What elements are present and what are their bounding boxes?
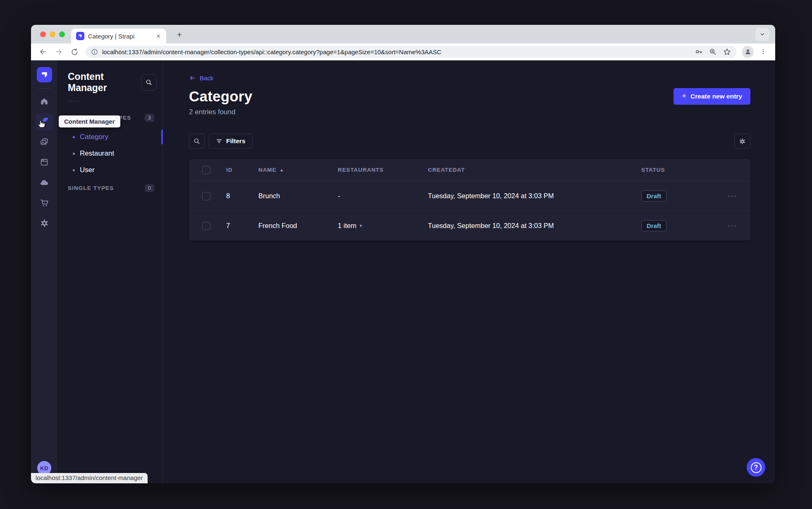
cell-name: Brunch: [258, 192, 338, 200]
collection-types-count-badge: 3: [145, 114, 154, 122]
main-nav-rail: KD: [31, 60, 57, 483]
single-types-count-badge: 0: [145, 184, 154, 192]
new-tab-button[interactable]: +: [174, 29, 185, 41]
password-key-icon[interactable]: [695, 48, 703, 56]
chevron-down-icon: ▾: [360, 223, 362, 228]
cloud-icon: [39, 178, 49, 187]
tab-title: Category | Strapi: [88, 33, 151, 40]
browser-tab[interactable]: Category | Strapi ×: [71, 29, 166, 43]
back-arrow-icon: [189, 74, 196, 82]
status-badge: Draft: [641, 190, 666, 202]
sidebar-item-label: Restaurant: [80, 149, 114, 158]
cell-name: French Food: [258, 222, 338, 230]
url-bar[interactable]: localhost:1337/admin/content-manager/col…: [86, 46, 737, 58]
url-text: localhost:1337/admin/content-manager/col…: [102, 48, 690, 55]
filters-row: Filters: [189, 134, 750, 149]
row-checkbox[interactable]: [202, 192, 210, 200]
strapi-logo[interactable]: [37, 67, 52, 82]
content-manager-tooltip: Content Manager: [59, 115, 120, 127]
nav-content-type-builder-button[interactable]: [36, 154, 53, 171]
tab-search-button[interactable]: [755, 28, 769, 41]
search-icon: [145, 79, 153, 86]
back-link[interactable]: Back: [189, 74, 213, 82]
view-settings-button[interactable]: [734, 134, 750, 149]
home-icon: [40, 97, 49, 106]
row-actions-button[interactable]: ···: [725, 222, 750, 230]
strapi-admin: KD Content Manager COLLECTION TYPES 3: [31, 60, 775, 483]
nav-deploy-button[interactable]: [36, 174, 53, 191]
back-label: Back: [200, 74, 213, 82]
tab-strip: Category | Strapi × +: [31, 25, 775, 43]
link-preview-status-bar: localhost:1337/admin/content-manager: [31, 473, 148, 483]
item-bullet: [73, 136, 75, 138]
kebab-menu-icon: [760, 48, 767, 55]
tab-close-icon[interactable]: ×: [155, 32, 162, 41]
subnav-divider: [68, 101, 80, 101]
back-button[interactable]: [37, 46, 49, 58]
cell-id: 8: [226, 192, 258, 200]
cell-restaurants[interactable]: 1 item ▾: [338, 222, 428, 230]
content-type-builder-icon: [40, 158, 49, 167]
main-panel: Back Category + Create new entry 2 entri…: [163, 60, 775, 483]
gear-icon: [40, 218, 49, 228]
item-bullet: [73, 169, 75, 171]
status-badge: Draft: [641, 220, 666, 231]
traffic-lights: [40, 31, 65, 37]
strapi-favicon: [76, 32, 84, 40]
sidebar-item-restaurant[interactable]: Restaurant: [57, 145, 162, 162]
browser-toolbar: localhost:1337/admin/content-manager/col…: [31, 43, 775, 60]
browser-window: Category | Strapi × + localhost:1337/adm…: [31, 25, 775, 483]
header-createdat[interactable]: CREATEDAT: [428, 167, 641, 173]
create-new-entry-button[interactable]: + Create new entry: [673, 88, 750, 105]
nav-marketplace-button[interactable]: [36, 194, 53, 211]
cell-id: 7: [226, 222, 258, 230]
sidebar-item-category[interactable]: Category: [57, 129, 162, 145]
shopping-cart-icon: [40, 198, 49, 208]
site-info-icon[interactable]: [91, 48, 98, 55]
reload-button[interactable]: [68, 46, 81, 58]
cell-createdat: Tuesday, September 10, 2024 at 3:03 PM: [428, 222, 641, 230]
profile-person-icon: [744, 48, 752, 55]
forward-button[interactable]: [53, 46, 65, 58]
header-id[interactable]: ID: [226, 167, 258, 173]
browser-profile-button[interactable]: [742, 46, 754, 58]
zoom-icon[interactable]: [709, 48, 717, 56]
header-name[interactable]: NAME ▲: [258, 167, 338, 173]
cell-restaurants: -: [338, 192, 428, 200]
sidebar-item-user[interactable]: User: [57, 162, 162, 178]
nav-media-library-button[interactable]: [36, 133, 53, 151]
window-zoom-button[interactable]: [59, 31, 65, 37]
table-row[interactable]: 7 French Food 1 item ▾ Tuesday, Septembe…: [189, 211, 750, 240]
table-search-button[interactable]: [189, 134, 205, 149]
entries-count: 2 entries found: [189, 108, 750, 116]
bookmark-star-icon[interactable]: [723, 48, 731, 56]
desktop: { "browser": { "tab_title": "Category | …: [0, 0, 812, 509]
nav-divider: [38, 88, 50, 89]
filters-button[interactable]: Filters: [209, 134, 253, 149]
select-all-checkbox[interactable]: [202, 166, 210, 174]
nav-home-button[interactable]: [36, 93, 53, 110]
gear-icon: [738, 137, 746, 145]
header-restaurants[interactable]: RESTAURANTS: [338, 167, 428, 173]
help-button[interactable]: ?: [747, 458, 765, 477]
plus-icon: +: [682, 91, 686, 101]
active-indicator: [161, 130, 163, 144]
subnav-search-button[interactable]: [141, 74, 157, 91]
chevron-down-icon: [759, 31, 765, 37]
nav-content-manager-button[interactable]: [36, 113, 53, 130]
cell-createdat: Tuesday, September 10, 2024 at 3:03 PM: [428, 192, 641, 200]
row-checkbox[interactable]: [202, 222, 210, 230]
window-minimize-button[interactable]: [50, 31, 55, 37]
browser-menu-button[interactable]: [757, 46, 769, 58]
sort-asc-icon: ▲: [279, 168, 284, 172]
filter-icon: [216, 138, 222, 144]
single-types-header: SINGLE TYPES 0: [57, 182, 162, 193]
content-manager-subnav: Content Manager COLLECTION TYPES 3 Categ…: [57, 60, 163, 483]
table-header-row: ID NAME ▲ RESTAURANTS CREATEDAT STATUS: [189, 159, 750, 181]
row-actions-button[interactable]: ···: [725, 192, 750, 200]
nav-settings-button[interactable]: [36, 214, 53, 232]
window-close-button[interactable]: [40, 31, 46, 37]
table-row[interactable]: 8 Brunch - Tuesday, September 10, 2024 a…: [189, 181, 750, 211]
single-types-label: SINGLE TYPES: [68, 185, 114, 191]
header-status[interactable]: STATUS: [641, 167, 725, 173]
